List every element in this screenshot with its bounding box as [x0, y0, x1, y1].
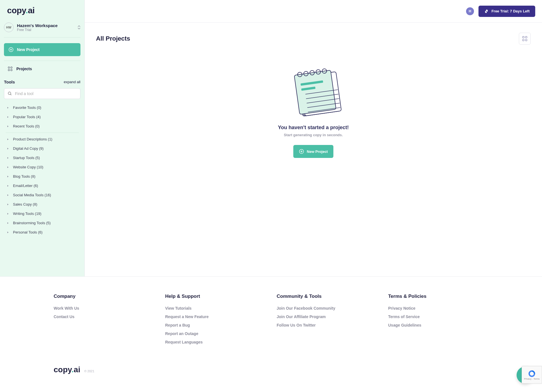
logo[interactable]: copy.ai [0, 0, 84, 20]
new-project-button[interactable]: New Project [4, 43, 80, 56]
plus-circle-icon [299, 149, 304, 154]
tool-category[interactable]: Product Descriptions (1) [0, 135, 84, 144]
tool-category-label: Product Descriptions (1) [13, 137, 52, 141]
tool-category-list[interactable]: Favorite Tools (0)Popular Tools (4)Recen… [0, 102, 84, 276]
footer-link[interactable]: Contact Us [54, 314, 154, 319]
svg-rect-8 [523, 39, 524, 41]
footer-link[interactable]: Request Languages [165, 340, 265, 344]
workspace-switcher[interactable]: HW Hazem's Workspace Free Trial [0, 20, 84, 36]
footer-link[interactable]: Privacy Notice [388, 306, 488, 310]
tool-category[interactable]: Personal Tools (6) [0, 228, 84, 237]
footer-column-title: Company [54, 294, 154, 299]
tool-category[interactable]: Email/Letter (6) [0, 181, 84, 190]
user-avatar[interactable]: H [466, 7, 474, 15]
expand-all-link[interactable]: expand all [64, 80, 80, 84]
tool-category[interactable]: Startup Tools (5) [0, 153, 84, 162]
svg-rect-4 [11, 69, 12, 71]
workspace-avatar: HW [4, 23, 14, 32]
copyright: © 2021 [84, 369, 94, 373]
tool-category-label: Sales Copy (8) [13, 202, 37, 206]
footer-link[interactable]: Usage Guidelines [388, 323, 488, 327]
tool-category-label: Brainstorming Tools (5) [13, 221, 51, 225]
chevron-right-icon [7, 185, 9, 187]
footer-link[interactable]: Work With Us [54, 306, 154, 310]
tool-category-label: Digital Ad Copy (9) [13, 146, 43, 151]
empty-title: You haven't started a project! [278, 125, 349, 131]
page-title: All Projects [96, 35, 130, 42]
workspace-name: Hazem's Workspace [17, 23, 74, 28]
tool-category[interactable]: Favorite Tools (0) [0, 103, 84, 112]
tool-category[interactable]: Recent Tools (0) [0, 122, 84, 131]
chevron-right-icon [7, 107, 9, 109]
tool-category-label: Website Copy (10) [13, 165, 43, 169]
search-input[interactable] [15, 91, 77, 96]
notepad-illustration [285, 61, 342, 118]
trial-button[interactable]: Free Trial: 7 Days Left [478, 6, 535, 17]
footer-link[interactable]: Join Our Affiliate Program [277, 314, 377, 319]
sidebar-item-projects[interactable]: Projects [0, 63, 84, 75]
topbar: H Free Trial: 7 Days Left [85, 0, 542, 23]
tool-category-label: Recent Tools (0) [13, 124, 40, 128]
empty-subtitle: Start generating copy in seconds. [284, 133, 343, 137]
workspace-plan: Free Trial [17, 28, 74, 32]
footer-link[interactable]: View Tutorials [165, 306, 265, 310]
sidebar-item-label: Projects [16, 67, 32, 71]
footer-column-title: Terms & Policies [388, 294, 488, 299]
svg-rect-9 [525, 39, 527, 41]
tool-category-label: Writing Tools (19) [13, 212, 41, 216]
chevron-right-icon [7, 116, 9, 118]
chevron-right-icon [7, 222, 9, 224]
tool-category[interactable]: Brainstorming Tools (5) [0, 218, 84, 228]
grid-icon [522, 36, 527, 41]
svg-rect-6 [523, 36, 524, 38]
footer-link[interactable]: Terms of Service [388, 314, 488, 319]
tool-category-label: Startup Tools (5) [13, 156, 40, 160]
tool-search[interactable] [4, 88, 80, 99]
chevron-right-icon [7, 166, 9, 168]
view-toggle-button[interactable] [519, 33, 531, 45]
tool-category[interactable]: Blog Tools (8) [0, 172, 84, 181]
badge-check-icon [484, 9, 489, 14]
tool-category[interactable]: Website Copy (10) [0, 162, 84, 172]
chevron-right-icon [7, 194, 9, 196]
tool-category[interactable]: Popular Tools (4) [0, 112, 84, 122]
tool-category[interactable]: Sales Copy (8) [0, 200, 84, 209]
sidebar: copy.ai HW Hazem's Workspace Free Trial … [0, 0, 85, 276]
chevron-right-icon [7, 157, 9, 159]
svg-rect-3 [8, 69, 10, 71]
chevron-right-icon [7, 203, 9, 206]
footer-column: Terms & PoliciesPrivacy NoticeTerms of S… [388, 294, 488, 348]
footer-link[interactable]: Join Our Facebook Community [277, 306, 377, 310]
footer-column-title: Community & Tools [277, 294, 377, 299]
tool-category-label: Blog Tools (8) [13, 174, 35, 179]
footer: CompanyWork With UsContact UsHelp & Supp… [0, 276, 542, 386]
tool-category-label: Popular Tools (4) [13, 115, 41, 119]
empty-state: You haven't started a project! Start gen… [96, 61, 531, 158]
tools-heading: Tools [4, 80, 15, 84]
footer-logo[interactable]: copy.ai [54, 365, 80, 374]
footer-link[interactable]: Report a Bug [165, 323, 265, 327]
footer-link[interactable]: Report an Outage [165, 331, 265, 336]
svg-rect-2 [11, 67, 12, 68]
empty-new-project-button[interactable]: New Project [293, 145, 333, 158]
recaptcha-badge: Privacy - Terms [522, 366, 542, 384]
svg-rect-1 [8, 67, 10, 68]
chevron-right-icon [7, 138, 9, 140]
footer-column: CompanyWork With UsContact Us [54, 294, 154, 348]
plus-circle-icon [8, 47, 14, 52]
chevron-right-icon [7, 175, 9, 178]
tool-category-label: Email/Letter (6) [13, 184, 38, 188]
tool-category[interactable]: Social Media Tools (16) [0, 190, 84, 200]
footer-column-title: Help & Support [165, 294, 265, 299]
tool-category-label: Social Media Tools (16) [13, 193, 51, 197]
footer-column: Community & ToolsJoin Our Facebook Commu… [277, 294, 377, 348]
svg-point-5 [8, 92, 11, 94]
chevron-right-icon [7, 213, 9, 215]
footer-link[interactable]: Follow Us On Twitter [277, 323, 377, 327]
tool-category[interactable]: Writing Tools (19) [0, 209, 84, 218]
search-icon [8, 91, 12, 96]
tool-category-label: Favorite Tools (0) [13, 105, 41, 110]
chevron-up-down-icon [78, 25, 80, 29]
footer-link[interactable]: Request a New Feature [165, 314, 265, 319]
tool-category[interactable]: Digital Ad Copy (9) [0, 144, 84, 153]
